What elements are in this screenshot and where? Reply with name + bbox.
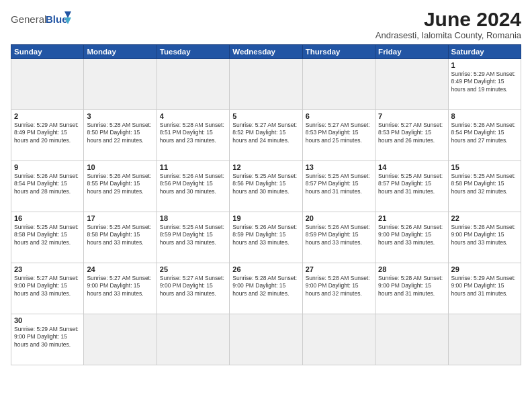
- table-row: [375, 59, 448, 110]
- col-friday: Friday: [375, 45, 448, 59]
- table-row: 22Sunrise: 5:26 AM Sunset: 9:00 PM Dayli…: [448, 212, 521, 263]
- day-number: 30: [14, 316, 81, 324]
- table-row: 13Sunrise: 5:25 AM Sunset: 8:57 PM Dayli…: [302, 161, 375, 212]
- table-row: [302, 59, 375, 110]
- day-info: Sunrise: 5:27 AM Sunset: 9:00 PM Dayligh…: [160, 275, 226, 298]
- table-row: 28Sunrise: 5:28 AM Sunset: 9:00 PM Dayli…: [375, 263, 448, 314]
- day-number: 10: [87, 163, 153, 171]
- day-number: 22: [451, 214, 518, 222]
- col-saturday: Saturday: [448, 45, 521, 59]
- table-row: 18Sunrise: 5:25 AM Sunset: 8:59 PM Dayli…: [157, 212, 229, 263]
- day-info: Sunrise: 5:26 AM Sunset: 8:59 PM Dayligh…: [306, 224, 372, 246]
- day-number: 28: [378, 265, 445, 273]
- col-tuesday: Tuesday: [157, 45, 229, 59]
- day-number: 18: [160, 214, 226, 222]
- table-row: [84, 314, 157, 365]
- page: General Blue June 2024 Andrasesti, Ialom…: [0, 0, 532, 371]
- table-row: 19Sunrise: 5:26 AM Sunset: 8:59 PM Dayli…: [230, 212, 302, 263]
- day-info: Sunrise: 5:26 AM Sunset: 8:59 PM Dayligh…: [232, 224, 299, 246]
- day-info: Sunrise: 5:27 AM Sunset: 9:00 PM Dayligh…: [87, 275, 153, 298]
- table-row: 4Sunrise: 5:28 AM Sunset: 8:51 PM Daylig…: [157, 110, 229, 161]
- table-row: 12Sunrise: 5:25 AM Sunset: 8:56 PM Dayli…: [230, 161, 302, 212]
- table-row: [230, 59, 302, 110]
- day-info: Sunrise: 5:29 AM Sunset: 9:00 PM Dayligh…: [451, 275, 518, 298]
- svg-text:General: General: [11, 13, 46, 25]
- table-row: [448, 314, 521, 365]
- day-info: Sunrise: 5:26 AM Sunset: 8:54 PM Dayligh…: [451, 122, 518, 144]
- table-row: 17Sunrise: 5:25 AM Sunset: 8:58 PM Dayli…: [84, 212, 157, 263]
- table-row: 25Sunrise: 5:27 AM Sunset: 9:00 PM Dayli…: [157, 263, 229, 314]
- day-info: Sunrise: 5:29 AM Sunset: 8:49 PM Dayligh…: [14, 122, 81, 144]
- day-number: 20: [306, 214, 372, 222]
- table-row: [302, 314, 375, 365]
- day-info: Sunrise: 5:25 AM Sunset: 8:59 PM Dayligh…: [160, 224, 226, 246]
- day-number: 8: [451, 112, 518, 120]
- day-info: Sunrise: 5:25 AM Sunset: 8:56 PM Dayligh…: [232, 173, 299, 195]
- day-info: Sunrise: 5:25 AM Sunset: 8:57 PM Dayligh…: [378, 173, 445, 195]
- calendar: Sunday Monday Tuesday Wednesday Thursday…: [11, 44, 521, 365]
- day-info: Sunrise: 5:27 AM Sunset: 8:53 PM Dayligh…: [378, 122, 445, 144]
- day-info: Sunrise: 5:27 AM Sunset: 9:00 PM Dayligh…: [14, 275, 81, 298]
- day-info: Sunrise: 5:27 AM Sunset: 8:52 PM Dayligh…: [232, 122, 299, 144]
- day-info: Sunrise: 5:27 AM Sunset: 8:53 PM Dayligh…: [306, 122, 372, 144]
- day-info: Sunrise: 5:28 AM Sunset: 9:00 PM Dayligh…: [306, 275, 372, 298]
- table-row: 2Sunrise: 5:29 AM Sunset: 8:49 PM Daylig…: [11, 110, 84, 161]
- day-info: Sunrise: 5:28 AM Sunset: 8:51 PM Dayligh…: [160, 122, 226, 144]
- header: General Blue June 2024 Andrasesti, Ialom…: [11, 8, 521, 40]
- location: Andrasesti, Ialomita County, Romania: [375, 30, 521, 40]
- table-row: 11Sunrise: 5:26 AM Sunset: 8:56 PM Dayli…: [157, 161, 229, 212]
- table-row: 30Sunrise: 5:29 AM Sunset: 9:00 PM Dayli…: [11, 314, 84, 365]
- day-number: 3: [87, 112, 153, 120]
- table-row: 8Sunrise: 5:26 AM Sunset: 8:54 PM Daylig…: [448, 110, 521, 161]
- day-info: Sunrise: 5:26 AM Sunset: 9:00 PM Dayligh…: [378, 224, 445, 246]
- day-number: 12: [232, 163, 299, 171]
- table-row: [230, 314, 302, 365]
- table-row: 20Sunrise: 5:26 AM Sunset: 8:59 PM Dayli…: [302, 212, 375, 263]
- calendar-header-row: Sunday Monday Tuesday Wednesday Thursday…: [11, 45, 521, 59]
- table-row: [375, 314, 448, 365]
- table-row: 7Sunrise: 5:27 AM Sunset: 8:53 PM Daylig…: [375, 110, 448, 161]
- day-info: Sunrise: 5:25 AM Sunset: 8:57 PM Dayligh…: [306, 173, 372, 195]
- day-number: 23: [14, 265, 81, 273]
- day-info: Sunrise: 5:26 AM Sunset: 8:56 PM Dayligh…: [160, 173, 226, 195]
- table-row: 16Sunrise: 5:25 AM Sunset: 8:58 PM Dayli…: [11, 212, 84, 263]
- table-row: 3Sunrise: 5:28 AM Sunset: 8:50 PM Daylig…: [84, 110, 157, 161]
- day-info: Sunrise: 5:26 AM Sunset: 9:00 PM Dayligh…: [451, 224, 518, 246]
- day-number: 1: [451, 61, 518, 69]
- table-row: 10Sunrise: 5:26 AM Sunset: 8:55 PM Dayli…: [84, 161, 157, 212]
- col-monday: Monday: [84, 45, 157, 59]
- day-info: Sunrise: 5:28 AM Sunset: 9:00 PM Dayligh…: [232, 275, 299, 298]
- day-number: 16: [14, 214, 81, 222]
- day-number: 19: [232, 214, 299, 222]
- day-number: 21: [378, 214, 445, 222]
- table-row: 29Sunrise: 5:29 AM Sunset: 9:00 PM Dayli…: [448, 263, 521, 314]
- table-row: 14Sunrise: 5:25 AM Sunset: 8:57 PM Dayli…: [375, 161, 448, 212]
- day-number: 5: [232, 112, 299, 120]
- month-year: June 2024: [375, 8, 521, 30]
- day-number: 11: [160, 163, 226, 171]
- table-row: 6Sunrise: 5:27 AM Sunset: 8:53 PM Daylig…: [302, 110, 375, 161]
- table-row: 5Sunrise: 5:27 AM Sunset: 8:52 PM Daylig…: [230, 110, 302, 161]
- day-number: 14: [378, 163, 445, 171]
- day-info: Sunrise: 5:25 AM Sunset: 8:58 PM Dayligh…: [451, 173, 518, 195]
- day-number: 9: [14, 163, 81, 171]
- day-info: Sunrise: 5:25 AM Sunset: 8:58 PM Dayligh…: [14, 224, 81, 246]
- day-number: 17: [87, 214, 153, 222]
- title-block: June 2024 Andrasesti, Ialomita County, R…: [375, 8, 521, 40]
- day-number: 2: [14, 112, 81, 120]
- day-number: 26: [232, 265, 299, 273]
- day-info: Sunrise: 5:26 AM Sunset: 8:55 PM Dayligh…: [87, 173, 153, 195]
- table-row: [84, 59, 157, 110]
- day-number: 29: [451, 265, 518, 273]
- day-info: Sunrise: 5:29 AM Sunset: 8:49 PM Dayligh…: [451, 71, 518, 93]
- logo: General Blue: [11, 8, 71, 38]
- table-row: 9Sunrise: 5:26 AM Sunset: 8:54 PM Daylig…: [11, 161, 84, 212]
- col-thursday: Thursday: [302, 45, 375, 59]
- day-number: 7: [378, 112, 445, 120]
- day-info: Sunrise: 5:29 AM Sunset: 9:00 PM Dayligh…: [14, 326, 81, 349]
- day-number: 6: [306, 112, 372, 120]
- svg-text:Blue: Blue: [46, 13, 68, 25]
- day-info: Sunrise: 5:28 AM Sunset: 9:00 PM Dayligh…: [378, 275, 445, 298]
- day-info: Sunrise: 5:26 AM Sunset: 8:54 PM Dayligh…: [14, 173, 81, 195]
- table-row: 21Sunrise: 5:26 AM Sunset: 9:00 PM Dayli…: [375, 212, 448, 263]
